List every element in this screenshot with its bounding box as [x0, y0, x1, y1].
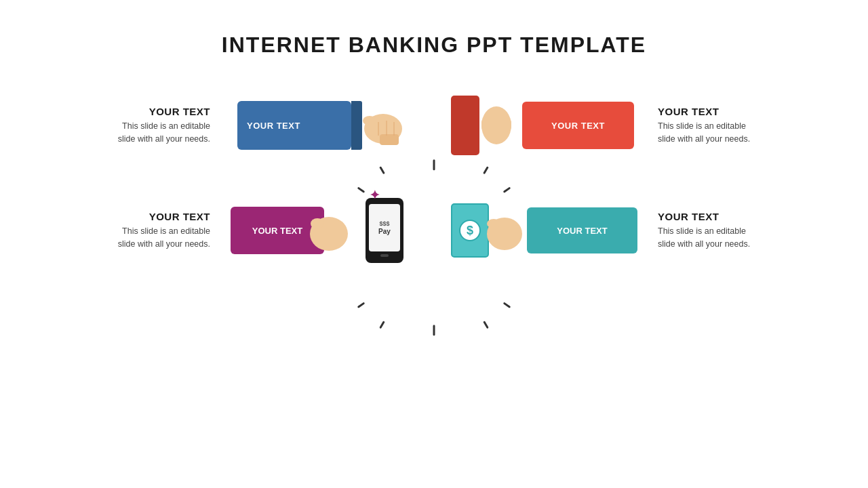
red-card-label: YOUR TEXT [551, 121, 605, 131]
bottom-row: YOUR TEXT This slide is an editableslide… [75, 186, 793, 274]
svg-point-14 [487, 219, 500, 228]
hand-svg-bottom-right [483, 203, 527, 258]
blue-card-label: YOUR TEXT [247, 121, 300, 131]
top-left-text: YOUR TEXT This slide is an editableslide… [75, 106, 210, 146]
phone-home-button [380, 254, 389, 257]
top-right-desc: This slide is an editableslide with all … [658, 120, 793, 146]
hand-svg-top-right [476, 98, 517, 152]
phone-pay-text: Pay [378, 228, 391, 235]
top-left-label: YOUR TEXT [75, 106, 210, 117]
top-right-label: YOUR TEXT [658, 106, 793, 117]
teal-card: YOUR TEXT [527, 207, 637, 253]
sparkle: ✦ [370, 188, 380, 203]
phone-device: $$$ Pay [366, 198, 403, 263]
content-area: YOUR TEXT This slide is an editableslide… [0, 78, 868, 488]
svg-point-2 [363, 116, 376, 125]
bottom-left-text: YOUR TEXT This slide is an editableslide… [75, 211, 210, 251]
svg-point-11 [311, 218, 324, 229]
top-left-illus: YOUR TEXT [231, 95, 407, 156]
svg-rect-8 [481, 117, 511, 132]
slide-title: INTERNET BANKING PPT TEMPLATE [222, 33, 646, 58]
top-left-desc: This slide is an editableslide with all … [75, 120, 210, 146]
bottom-left-illus: ✦ YOUR TEXT $$$ Pay [231, 186, 407, 274]
slide: INTERNET BANKING PPT TEMPLATE YOUR TEXT … [0, 0, 868, 488]
top-right-text: YOUR TEXT This slide is an editableslide… [658, 106, 793, 146]
blue-card: YOUR TEXT [237, 101, 351, 150]
purple-label: YOUR TEXT [252, 226, 302, 236]
top-row: YOUR TEXT This slide is an editableslide… [75, 92, 793, 159]
hand-svg-bottom-left [305, 203, 353, 258]
phone-screen: $$$ Pay [369, 204, 400, 251]
top-right-illus: YOUR TEXT [448, 92, 637, 159]
red-vertical-bar [451, 96, 479, 155]
red-card: YOUR TEXT [522, 102, 634, 149]
bottom-left-desc: This slide is an editableslide with all … [75, 225, 210, 251]
hand-svg-top-left [346, 95, 407, 156]
phone-dollar-text: $$$ [379, 220, 389, 228]
dollar-circle: $ [459, 220, 481, 241]
bottom-left-label: YOUR TEXT [75, 211, 210, 222]
bottom-right-illus: $ YOUR TEXT [448, 193, 637, 268]
bottom-right-desc: This slide is an editableslide with all … [658, 225, 793, 251]
teal-card-label: YOUR TEXT [557, 226, 607, 236]
bottom-right-text: YOUR TEXT This slide is an editableslide… [658, 211, 793, 251]
rows-container: YOUR TEXT This slide is an editableslide… [75, 92, 793, 274]
bottom-right-label: YOUR TEXT [658, 211, 793, 222]
svg-rect-3 [380, 134, 399, 145]
